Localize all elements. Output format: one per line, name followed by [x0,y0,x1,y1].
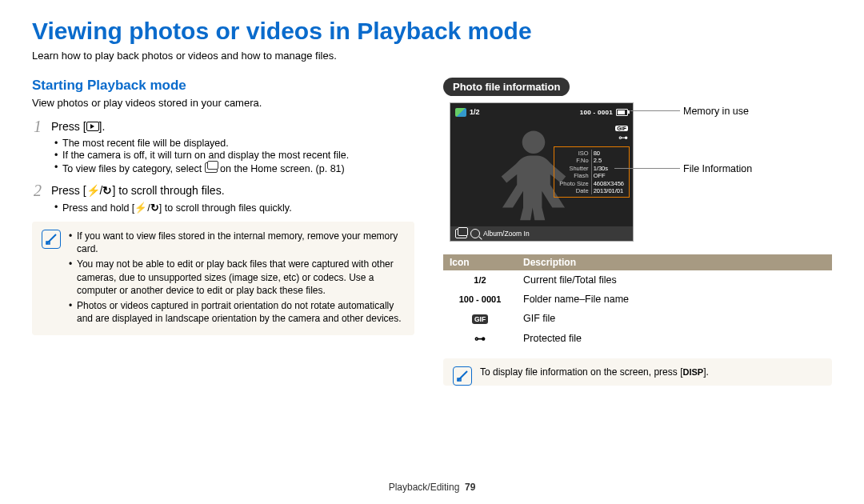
lcd-bottom-text: Album/Zoom In [483,230,530,238]
step-2-text: Press [⚡/↻] to scroll through files. [51,182,225,197]
callout-line [630,110,680,111]
bullet: Press and hold [⚡/↻] to scroll through f… [54,202,414,214]
lcd-counter: 1/2 [470,108,480,116]
intro-text: Learn how to play back photos or videos … [32,50,832,62]
callout-fileinfo: File Information [683,163,752,174]
disp-button-label: DISP [682,367,703,377]
lcd-bottom-bar: Album/Zoom In [450,226,633,241]
page-footer: Playback/Editing 79 [0,482,864,493]
bullet: If the camera is off, it will turn on an… [54,150,414,161]
section-sub: View photos or play videos stored in you… [32,97,414,109]
flash-icon: ⚡ [134,202,147,214]
section-heading: Starting Playback mode [32,78,414,94]
bullet: The most recent file will be displayed. [54,138,414,149]
step-number: 1 [32,118,43,134]
gif-badge: GIF [615,126,628,131]
playback-icon [86,122,99,131]
info-box: ISO80F.No2.5Shutter1/30sFlashOFFPhoto Si… [554,146,630,198]
left-column: Starting Playback mode View photos or pl… [32,78,414,386]
section-pill: Photo file information [443,78,570,96]
key-icon: ⊶ [618,132,628,143]
table-row: 1/2Current file/Total files [443,270,832,290]
table-row: 100 - 0001Folder name–File name [443,290,832,309]
step-1-text: Press []. [51,118,105,133]
albums-icon [205,162,218,173]
step-2: 2 Press [⚡/↻] to scroll through files. [32,182,414,198]
th-desc: Description [517,254,832,270]
svg-line-0 [46,234,56,244]
album-stack-icon [455,229,467,238]
table-row: ⊶Protected file [443,328,832,349]
svg-line-2 [458,371,467,381]
th-icon: Icon [443,254,517,270]
lcd-callout-wrap: 1/2 100 - 0001 GIF ⊶ ISO80F.No2.5Shutter… [443,102,832,242]
flash-icon: ⚡ [86,184,100,197]
lcd-screen: 1/2 100 - 0001 GIF ⊶ ISO80F.No2.5Shutter… [450,102,634,242]
table-row: GIFGIF file [443,309,832,328]
callout-line [614,168,680,169]
thumb-icon [455,108,466,117]
lcd-folder: 100 - 0001 [580,109,613,116]
note-item: You may not be able to edit or play back… [69,258,405,297]
right-column: Photo file information 1/2 100 - 0001 GI… [443,78,832,386]
step-number: 2 [32,182,43,198]
timer-icon: ↻ [150,202,159,214]
note-icon [453,366,472,386]
tip-box: To display file information on the scree… [443,358,832,386]
description-table: Icon Description 1/2Current file/Total f… [443,254,832,349]
note-item: Photos or videos captured in portrait or… [69,299,405,325]
battery-icon [616,109,628,116]
zoom-icon [470,229,480,238]
step-1: 1 Press []. [32,118,414,134]
timer-icon: ↻ [102,184,112,197]
page-title: Viewing photos or videos in Playback mod… [32,18,832,45]
note-item: If you want to view files stored in the … [69,230,405,255]
callout-memory: Memory in use [683,106,749,117]
step-2-bullets: Press and hold [⚡/↻] to scroll through f… [54,202,414,214]
bullet: To view files by category, select on the… [54,162,414,174]
note-icon [42,230,61,249]
step-1-bullets: The most recent file will be displayed. … [54,138,414,174]
note-box: If you want to view files stored in the … [32,222,414,335]
